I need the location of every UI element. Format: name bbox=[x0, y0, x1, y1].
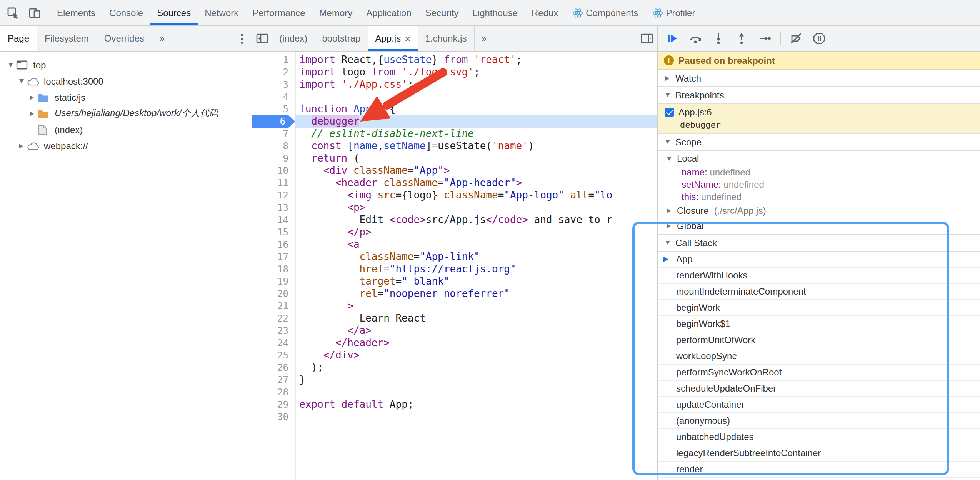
call-stack-frame[interactable]: unbatchedUpdates bbox=[658, 429, 980, 445]
sidebar-tab-filesystem[interactable]: Filesystem bbox=[37, 26, 97, 51]
line-number[interactable]: 23 bbox=[252, 325, 295, 337]
pause-on-exceptions-button[interactable] bbox=[808, 28, 830, 48]
scope-variable[interactable]: this: undefined bbox=[658, 191, 980, 203]
step-out-button[interactable] bbox=[731, 28, 752, 48]
code-line-25[interactable]: 25 </div> bbox=[252, 349, 657, 362]
editor-tab-bootstrap[interactable]: bootstrap bbox=[315, 26, 368, 51]
tab-application[interactable]: Application bbox=[359, 0, 418, 25]
line-number[interactable]: 21 bbox=[252, 300, 295, 312]
section-scope[interactable]: Scope bbox=[658, 134, 980, 151]
tab-profiler[interactable]: Profiler bbox=[645, 0, 702, 25]
line-number[interactable]: 9 bbox=[252, 152, 295, 165]
call-stack-frame[interactable]: workLoopSync bbox=[658, 348, 980, 365]
step-over-button[interactable] bbox=[685, 28, 706, 48]
line-number[interactable]: 8 bbox=[252, 140, 295, 152]
tree-item-users-hejialiang-desktop-work[interactable]: Users/hejialiang/Desktop/work/个人代码 bbox=[0, 105, 252, 122]
section-breakpoints[interactable]: Breakpoints bbox=[658, 87, 980, 104]
code-line-11[interactable]: 11 <header className="App-header"> bbox=[252, 177, 657, 189]
device-toolbar-icon[interactable] bbox=[24, 3, 45, 23]
scope-variable[interactable]: name: undefined bbox=[658, 166, 980, 178]
line-number[interactable]: 5 bbox=[252, 103, 295, 115]
breakpoint-entry[interactable]: App.js:6debugger bbox=[658, 104, 980, 134]
line-number[interactable]: 13 bbox=[252, 202, 295, 214]
checkbox-checked-icon[interactable] bbox=[665, 107, 674, 117]
sidebar-tab-page[interactable]: Page bbox=[0, 26, 37, 51]
code-line-9[interactable]: 9 return ( bbox=[252, 152, 657, 165]
call-stack-frame[interactable]: scheduleUpdateOnFiber bbox=[658, 381, 980, 397]
line-number[interactable]: 12 bbox=[252, 189, 295, 202]
line-number[interactable]: 16 bbox=[252, 238, 295, 251]
line-number[interactable]: 2 bbox=[252, 66, 295, 78]
inspect-element-icon[interactable] bbox=[2, 3, 24, 23]
code-line-26[interactable]: 26 ); bbox=[252, 362, 657, 374]
tab-performance[interactable]: Performance bbox=[245, 0, 312, 25]
line-number[interactable]: 1 bbox=[252, 54, 295, 66]
tree-item-static-js[interactable]: static/js bbox=[0, 89, 252, 105]
code-editor[interactable]: 1import React,{useState} from 'react';2i… bbox=[252, 52, 658, 480]
line-number[interactable]: 25 bbox=[252, 349, 295, 362]
call-stack-frame[interactable]: beginWork bbox=[658, 300, 980, 316]
code-line-14[interactable]: 14 Edit <code>src/App.js</code> and save… bbox=[252, 214, 657, 226]
code-line-10[interactable]: 10 <div className="App"> bbox=[252, 165, 657, 177]
tab-memory[interactable]: Memory bbox=[312, 0, 360, 25]
tree-item-webpack[interactable]: webpack:// bbox=[0, 138, 252, 154]
line-number[interactable]: 19 bbox=[252, 275, 295, 288]
line-number[interactable]: 3 bbox=[252, 78, 295, 91]
resume-button[interactable] bbox=[662, 28, 683, 48]
code-line-17[interactable]: 17 className="App-link" bbox=[252, 251, 657, 263]
code-line-12[interactable]: 12 <img src={logo} className="App-logo" … bbox=[252, 189, 657, 202]
code-line-1[interactable]: 1import React,{useState} from 'react'; bbox=[252, 54, 657, 66]
tab-components[interactable]: Components bbox=[565, 0, 645, 25]
code-line-4[interactable]: 4 bbox=[252, 91, 657, 103]
tree-item-top[interactable]: top bbox=[0, 57, 252, 73]
scope-variable[interactable]: setName: undefined bbox=[658, 178, 980, 191]
code-line-22[interactable]: 22 Learn React bbox=[252, 312, 657, 325]
code-line-27[interactable]: 27} bbox=[252, 374, 657, 386]
tab-security[interactable]: Security bbox=[418, 0, 466, 25]
scope-group-local[interactable]: Local bbox=[658, 151, 980, 166]
line-number[interactable]: 29 bbox=[252, 398, 295, 411]
editor-tab-app-js[interactable]: App.js× bbox=[368, 26, 418, 51]
deactivate-breakpoints-button[interactable] bbox=[785, 28, 807, 48]
call-stack-frame[interactable]: updateContainer bbox=[658, 397, 980, 413]
tab-network[interactable]: Network bbox=[198, 0, 245, 25]
tab-elements[interactable]: Elements bbox=[50, 0, 102, 25]
line-number[interactable]: 4 bbox=[252, 91, 295, 103]
tab-redux[interactable]: Redux bbox=[525, 0, 565, 25]
call-stack-frame[interactable]: mountIndeterminateComponent bbox=[658, 284, 980, 300]
editor-tab-index[interactable]: (index) bbox=[272, 26, 315, 51]
code-line-20[interactable]: 20 rel="noopener noreferrer" bbox=[252, 288, 657, 300]
code-line-29[interactable]: 29export default App; bbox=[252, 398, 657, 411]
call-stack-frame[interactable]: legacyRenderSubtreeIntoContainer bbox=[658, 445, 980, 462]
sidebar-tab-overrides[interactable]: Overrides bbox=[97, 26, 152, 51]
tab-sources[interactable]: Sources bbox=[150, 0, 198, 25]
step-button[interactable] bbox=[754, 28, 775, 48]
more-options-icon[interactable] bbox=[232, 26, 252, 51]
code-line-21[interactable]: 21 > bbox=[252, 300, 657, 312]
line-number[interactable]: 17 bbox=[252, 251, 295, 263]
editor-tab-1-chunk-js[interactable]: 1.chunk.js bbox=[418, 26, 474, 51]
code-line-23[interactable]: 23 </a> bbox=[252, 325, 657, 337]
line-number[interactable]: 24 bbox=[252, 337, 295, 349]
line-number[interactable]: 7 bbox=[252, 128, 295, 140]
code-line-16[interactable]: 16 <a bbox=[252, 238, 657, 251]
code-line-6[interactable]: 6 debugger bbox=[252, 115, 657, 128]
line-number[interactable]: 28 bbox=[252, 386, 295, 398]
line-number[interactable]: 10 bbox=[252, 165, 295, 177]
code-line-18[interactable]: 18 href="https://reactjs.org" bbox=[252, 263, 657, 275]
code-line-30[interactable]: 30 bbox=[252, 411, 657, 423]
scope-group-global[interactable]: Global bbox=[658, 218, 980, 234]
section-watch[interactable]: Watch bbox=[658, 70, 980, 87]
tab-console[interactable]: Console bbox=[102, 0, 150, 25]
line-number[interactable]: 14 bbox=[252, 214, 295, 226]
editor-tab-item[interactable]: » bbox=[474, 26, 493, 51]
code-line-28[interactable]: 28 bbox=[252, 386, 657, 398]
line-number[interactable]: 18 bbox=[252, 263, 295, 275]
line-number[interactable]: 26 bbox=[252, 362, 295, 374]
call-stack-frame[interactable]: performUnitOfWork bbox=[658, 332, 980, 348]
scope-group-closure[interactable]: Closure(./src/App.js) bbox=[658, 203, 980, 218]
close-icon[interactable]: × bbox=[405, 33, 410, 43]
code-line-15[interactable]: 15 </p> bbox=[252, 226, 657, 238]
toggle-navigator-icon[interactable] bbox=[252, 26, 272, 51]
line-number[interactable]: 20 bbox=[252, 288, 295, 300]
